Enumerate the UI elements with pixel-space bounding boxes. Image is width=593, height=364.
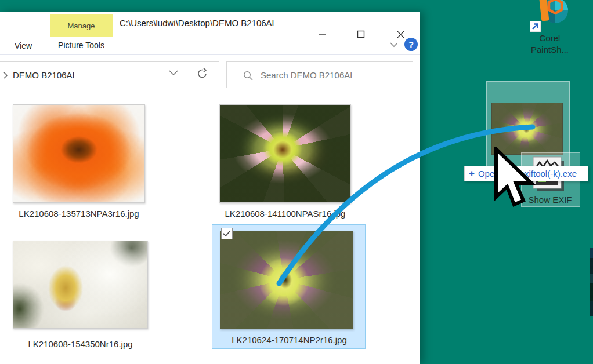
desktop-icon-corel-paintshop[interactable]: Corel PaintSh... <box>525 0 574 58</box>
tab-picture-tools[interactable]: Picture Tools <box>50 37 113 54</box>
minimize-icon <box>318 30 326 38</box>
tab-manage[interactable]: Manage <box>50 14 113 37</box>
drag-tooltip: + Open with exiftool(-k).exe <box>464 166 588 181</box>
minimize-button[interactable] <box>314 27 330 42</box>
title-bar: Manage C:\Users\ludwi\Desktop\DEMO B2106… <box>0 12 420 37</box>
file-thumbnail-purple-daylily[interactable] <box>220 231 353 329</box>
selected-file-tile[interactable]: LK210624-170714NP2r16.jpg <box>212 224 366 349</box>
file-name: LK210608-135713NPA3r16.jpg <box>13 209 145 219</box>
file-name: LK210608-154350Nr16.jpg <box>13 339 148 349</box>
checkmark-icon <box>223 230 231 237</box>
address-bar[interactable]: DEMO B2106AL <box>0 61 219 88</box>
desktop: Manage C:\Users\ludwi\Desktop\DEMO B2106… <box>0 0 593 364</box>
offscreen-icon-fragment <box>590 248 593 316</box>
search-input[interactable]: Search DEMO B2106AL <box>226 61 413 88</box>
drag-tooltip-text: Open with exiftool(-k).exe <box>478 169 577 179</box>
ribbon-collapse-button[interactable] <box>386 37 402 52</box>
file-name: LK210608-141100NPASr16.jpg <box>219 209 351 219</box>
shortcut-arrow-icon <box>530 21 541 32</box>
refresh-icon[interactable] <box>197 68 208 79</box>
search-placeholder: Search DEMO B2106AL <box>261 70 355 80</box>
file-name: LK210624-170714NP2r16.jpg <box>212 335 366 345</box>
file-thumbnail-orange-daylily[interactable] <box>13 104 145 203</box>
desktop-icon-label: Show EXIF <box>515 195 585 205</box>
plus-icon: + <box>469 168 475 180</box>
file-selected-checkbox[interactable] <box>221 228 233 239</box>
search-icon <box>243 71 254 81</box>
chevron-down-icon <box>390 42 398 48</box>
window-title: C:\Users\ludwi\Desktop\DEMO B2106AL <box>120 18 277 28</box>
file-thumbnail-magnolia[interactable] <box>13 241 148 329</box>
maximize-icon <box>357 30 365 38</box>
file-thumbnail-pink-daylily[interactable] <box>219 104 351 203</box>
ribbon-separator <box>0 54 420 55</box>
maximize-button[interactable] <box>353 27 368 42</box>
help-button[interactable]: ? <box>404 38 418 51</box>
address-dropdown-icon[interactable] <box>169 70 178 76</box>
explorer-window: Manage C:\Users\ludwi\Desktop\DEMO B2106… <box>0 12 420 364</box>
dragged-file-ghost <box>491 103 563 155</box>
breadcrumb-chevron-icon <box>3 72 8 79</box>
tab-view[interactable]: View <box>6 37 41 54</box>
desktop-icon-label: Corel PaintSh... <box>525 32 574 56</box>
breadcrumb[interactable]: DEMO B2106AL <box>13 70 77 80</box>
help-icon: ? <box>408 39 414 49</box>
